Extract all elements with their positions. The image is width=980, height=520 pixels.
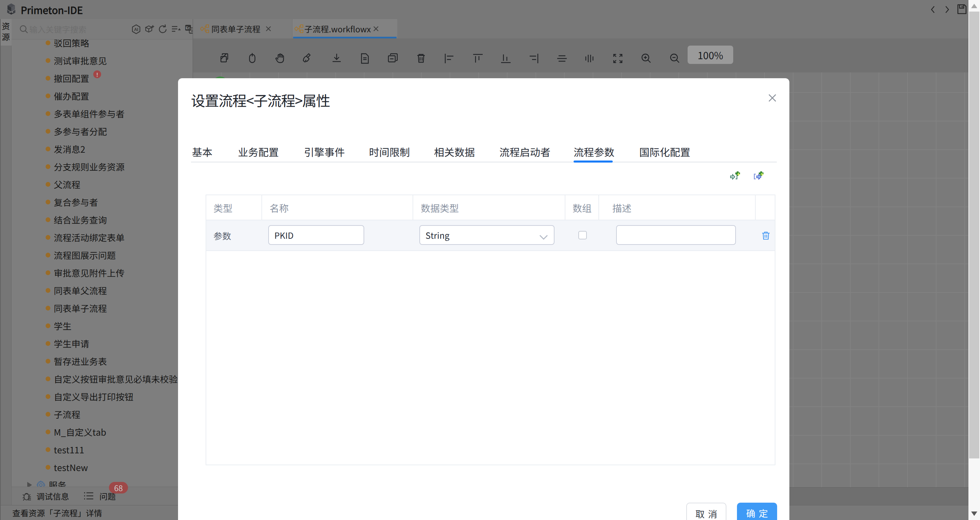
dialog-tab[interactable]: 基本 xyxy=(192,144,212,159)
tree-item-label[interactable]: 驳回策略 xyxy=(54,34,89,52)
tree-item[interactable]: testNew xyxy=(11,458,192,476)
param-array-checkbox[interactable] xyxy=(578,231,587,239)
zoom-in-icon[interactable] xyxy=(637,49,655,68)
tree-item[interactable]: 分支规则业务资源 xyxy=(11,158,192,176)
tree-item[interactable]: 流程活动绑定表单 xyxy=(11,228,192,246)
tree-item-label[interactable]: 父流程 xyxy=(54,176,80,193)
collapse-list-icon[interactable] xyxy=(171,24,181,34)
problems-tab[interactable]: 问题 68 xyxy=(83,487,151,506)
align-right-icon[interactable] xyxy=(525,49,543,68)
tree-item[interactable]: 同表单子流程 xyxy=(11,299,192,317)
ai-assistant-icon[interactable]: AI xyxy=(131,24,141,34)
tree-item-label[interactable]: 多表单组件参与者 xyxy=(54,105,124,122)
tree-item[interactable]: test111 xyxy=(11,441,192,458)
tree-item-label[interactable]: 结合业务查询 xyxy=(54,211,107,228)
align-center-icon[interactable] xyxy=(553,49,571,68)
add-output-param-icon[interactable] xyxy=(753,171,764,182)
scrollbar-thumb[interactable] xyxy=(969,11,979,458)
tree-item-label[interactable]: 审批意见附件上传 xyxy=(54,264,124,282)
tree-item[interactable]: 催办配置 xyxy=(11,87,192,105)
close-tab-icon[interactable] xyxy=(265,25,272,32)
import-icon[interactable] xyxy=(328,49,346,68)
delete-row-icon[interactable] xyxy=(761,231,771,241)
tree-item[interactable]: 测试审批意见 xyxy=(11,52,192,70)
zoom-level-display[interactable]: 100% xyxy=(687,46,733,64)
scrollbar-down-arrow[interactable] xyxy=(971,512,977,516)
clear-canvas-icon[interactable] xyxy=(299,49,317,68)
ok-button[interactable]: 确定 xyxy=(737,503,777,520)
nav-forward-icon[interactable] xyxy=(942,5,952,14)
dialog-tab[interactable]: 引擎事件 xyxy=(304,144,345,159)
tree-item-label[interactable]: 同表单父流程 xyxy=(54,282,107,299)
dialog-tab[interactable]: 相关数据 xyxy=(434,144,475,159)
tree-item-label[interactable]: 撤回配置 xyxy=(54,70,89,87)
param-datatype-select[interactable]: String xyxy=(419,225,555,245)
dialog-tab[interactable]: 时间限制 xyxy=(369,144,410,159)
translate-icon[interactable]: En文 xyxy=(185,24,192,34)
add-input-param-icon[interactable] xyxy=(730,171,740,182)
sidebar-tab-resources[interactable]: 资源 xyxy=(0,19,11,46)
document-icon[interactable] xyxy=(356,49,374,68)
tree-item-label[interactable]: 自定义导出打印按钮 xyxy=(54,388,134,405)
tree-item[interactable]: 自定义按钮审批意见必填未校验 xyxy=(11,370,192,388)
tree-item[interactable]: 驳回策略 xyxy=(11,34,192,52)
tree-item[interactable]: 发消息2 xyxy=(11,140,192,158)
tree-item-label[interactable]: 流程活动绑定表单 xyxy=(54,228,124,246)
dialog-close-icon[interactable] xyxy=(767,92,778,103)
tree-item[interactable]: 复合参与者 xyxy=(11,193,192,211)
save-icon[interactable] xyxy=(956,4,967,14)
pan-hand-icon[interactable] xyxy=(271,49,290,68)
editor-tab-active[interactable]: 子流程.workflowx xyxy=(293,19,397,38)
tree-item-label[interactable]: 催办配置 xyxy=(54,87,89,105)
tree-item[interactable]: 子流程 xyxy=(11,405,192,423)
tree-item[interactable]: 父流程 xyxy=(11,176,192,193)
param-name-input[interactable]: PKID xyxy=(268,225,364,245)
tree-item[interactable]: 学生申请 xyxy=(11,335,192,352)
new-resource-icon[interactable] xyxy=(144,24,154,34)
tree-item[interactable]: 学生 xyxy=(11,317,192,335)
dialog-tab[interactable]: 流程启动者 xyxy=(500,144,550,159)
editor-tab-inactive[interactable]: 同表单子流程 xyxy=(193,19,293,38)
dialog-tab-active[interactable]: 流程参数 xyxy=(574,144,614,159)
tree-item-label[interactable]: 分支规则业务资源 xyxy=(54,158,124,176)
tree-item-label[interactable]: M_自定义tab xyxy=(54,423,106,441)
tree-item-label[interactable]: 学生 xyxy=(54,317,72,335)
tree-item[interactable]: 结合业务查询 xyxy=(11,211,192,228)
dialog-tab[interactable]: 国际化配置 xyxy=(639,144,690,159)
tree-item-label[interactable]: 同表单子流程 xyxy=(54,299,107,317)
caret-right-icon[interactable] xyxy=(27,482,32,487)
refresh-icon[interactable] xyxy=(158,24,168,34)
tree-item-label[interactable]: 暂存进业务表 xyxy=(54,352,107,370)
bring-front-icon[interactable] xyxy=(384,49,402,68)
delete-icon[interactable] xyxy=(412,49,430,68)
close-tab-icon[interactable] xyxy=(373,25,379,32)
tree-node-services[interactable]: 服务 xyxy=(11,476,192,487)
tree-item-label[interactable]: 学生申请 xyxy=(54,335,89,352)
align-left-icon[interactable] xyxy=(440,49,458,68)
tree-node-label[interactable]: 服务 xyxy=(49,476,66,487)
tree-item[interactable]: 多参与者分配 xyxy=(11,122,192,140)
scrollbar-up-arrow[interactable] xyxy=(971,4,977,8)
zoom-out-icon[interactable] xyxy=(666,49,684,68)
tree-item-label[interactable]: 子流程 xyxy=(54,405,80,423)
cancel-button[interactable]: 取消 xyxy=(686,503,726,520)
tree-item[interactable]: 自定义导出打印按钮 xyxy=(11,388,192,405)
dialog-tab[interactable]: 业务配置 xyxy=(238,144,279,159)
tree-item[interactable]: 暂存进业务表 xyxy=(11,352,192,370)
tree-item-label[interactable]: 复合参与者 xyxy=(54,193,98,211)
fit-screen-icon[interactable] xyxy=(609,49,627,68)
distribute-icon[interactable] xyxy=(581,49,599,68)
tree-item[interactable]: 同表单父流程 xyxy=(11,282,192,299)
tree-item[interactable]: M_自定义tab xyxy=(11,423,192,441)
tree-item[interactable]: 撤回配置! xyxy=(11,70,192,87)
tree-item-label[interactable]: testNew xyxy=(54,458,88,476)
tree-item[interactable]: 多表单组件参与者 xyxy=(11,105,192,122)
debug-info-label[interactable]: 调试信息 xyxy=(37,487,69,506)
nav-back-icon[interactable] xyxy=(928,5,938,14)
tree-item-label[interactable]: 流程图展示问题 xyxy=(54,246,116,264)
tree-item[interactable]: 流程图展示问题 xyxy=(11,246,192,264)
tree-item[interactable]: 审批意见附件上传 xyxy=(11,264,192,282)
tree-item-label[interactable]: 发消息2 xyxy=(54,140,85,158)
tree-item-label[interactable]: 测试审批意见 xyxy=(54,52,107,70)
align-top-icon[interactable] xyxy=(469,49,487,68)
